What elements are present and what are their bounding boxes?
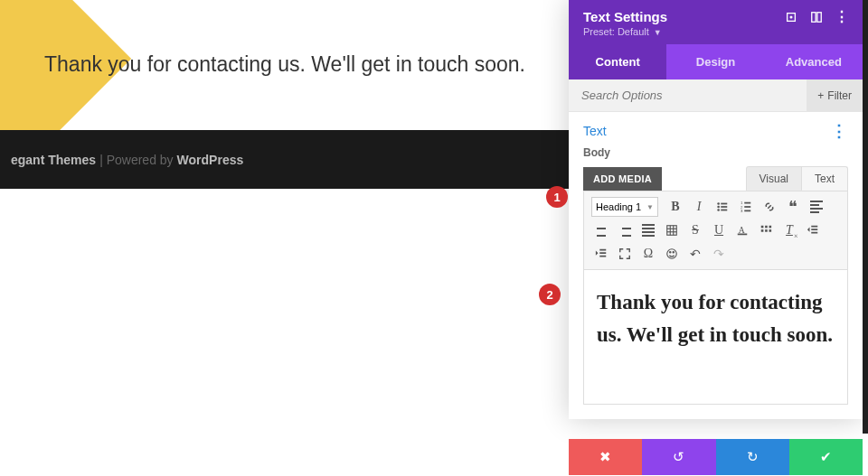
heading-select[interactable]: Heading 1 ▼ — [591, 197, 658, 217]
svg-rect-3 — [817, 12, 821, 22]
table-icon[interactable] — [661, 220, 683, 240]
wysiwyg-toolbar: Heading 1 ▼ B I 123 ❝ S U — [583, 191, 848, 269]
undo-icon[interactable]: ↶ — [684, 244, 706, 264]
preset-selector[interactable]: Preset: Default ▼ — [583, 26, 848, 37]
bold-icon[interactable]: B — [665, 197, 686, 217]
action-bar: ✖ ↺ ↻ ✔ — [569, 439, 863, 475]
bullet-list-icon[interactable] — [712, 197, 733, 217]
svg-point-6 — [717, 206, 720, 209]
strikethrough-icon[interactable]: S — [684, 220, 706, 240]
svg-rect-2 — [812, 12, 816, 22]
svg-rect-22 — [738, 234, 748, 236]
clear-format-icon[interactable]: T× — [778, 220, 800, 240]
underline-icon[interactable]: U — [708, 220, 730, 240]
indent-icon[interactable] — [590, 244, 612, 264]
emoji-icon[interactable] — [661, 244, 683, 264]
tab-advanced[interactable]: Advanced — [765, 44, 863, 79]
svg-rect-7 — [721, 206, 727, 208]
panel-tabs: Content Design Advanced — [569, 44, 863, 79]
check-icon: ✔ — [820, 449, 832, 465]
svg-rect-26 — [761, 229, 764, 232]
svg-point-8 — [717, 209, 720, 211]
svg-point-1 — [790, 16, 792, 18]
blockquote-icon[interactable]: ❝ — [782, 197, 804, 217]
save-button[interactable]: ✔ — [789, 439, 863, 475]
svg-rect-27 — [765, 229, 768, 232]
scrollbar-track[interactable] — [863, 0, 868, 434]
align-left-icon[interactable] — [806, 197, 827, 217]
text-color-icon[interactable]: A — [731, 220, 753, 240]
caret-down-icon: ▼ — [654, 28, 662, 37]
section-menu-icon[interactable]: ⋮ — [831, 123, 848, 139]
annotation-marker-1: 1 — [546, 186, 568, 208]
italic-icon[interactable]: I — [688, 197, 710, 217]
svg-rect-34 — [599, 256, 606, 257]
page-heading: Thank you for contacting us. We'll get i… — [44, 52, 525, 77]
toolbar-toggle-icon[interactable] — [755, 220, 777, 240]
svg-rect-32 — [599, 249, 606, 251]
numbered-list-icon[interactable]: 123 — [735, 197, 757, 217]
filter-button[interactable]: + Filter — [807, 79, 863, 111]
kebab-menu-icon[interactable]: ⋮ — [835, 11, 848, 23]
svg-rect-30 — [811, 229, 817, 230]
section-title-text[interactable]: Text — [583, 124, 607, 138]
plus-icon: + — [817, 89, 824, 102]
align-right-icon[interactable] — [614, 220, 636, 240]
editor-text[interactable]: Thank you for contacting us. We'll get i… — [597, 286, 835, 350]
svg-point-4 — [717, 202, 720, 205]
settings-panel: Text Settings ⋮ Preset: Default ▼ Conten… — [569, 0, 863, 419]
filter-label: Filter — [827, 89, 852, 102]
annotation-marker-2: 2 — [539, 284, 561, 305]
svg-rect-33 — [599, 252, 606, 254]
svg-rect-28 — [769, 229, 772, 232]
panel-title: Text Settings — [583, 9, 667, 24]
svg-rect-16 — [667, 226, 677, 236]
align-center-icon[interactable] — [590, 220, 612, 240]
close-icon: ✖ — [599, 449, 611, 465]
editor-tab-visual[interactable]: Visual — [746, 166, 802, 191]
heading-select-value: Heading 1 — [596, 201, 641, 212]
footer-cms[interactable]: WordPress — [177, 153, 244, 167]
tab-content[interactable]: Content — [569, 44, 666, 79]
svg-point-37 — [673, 252, 674, 253]
outdent-icon[interactable] — [802, 220, 824, 240]
special-char-icon[interactable]: Ω — [637, 244, 659, 264]
link-icon[interactable] — [759, 197, 780, 217]
align-justify-icon[interactable] — [637, 220, 659, 240]
chevron-down-icon: ▼ — [646, 203, 654, 211]
svg-rect-29 — [811, 226, 817, 228]
fullscreen-icon[interactable] — [614, 244, 636, 264]
svg-rect-25 — [769, 226, 772, 229]
add-media-button[interactable]: ADD MEDIA — [583, 167, 662, 191]
editor-tab-text[interactable]: Text — [802, 166, 848, 191]
svg-point-35 — [667, 249, 677, 259]
svg-rect-11 — [744, 202, 750, 204]
svg-rect-9 — [721, 210, 727, 211]
snap-icon[interactable] — [810, 11, 823, 23]
redo-arrow-icon: ↻ — [747, 449, 759, 465]
svg-rect-24 — [765, 226, 768, 229]
svg-rect-13 — [744, 206, 750, 208]
tab-design[interactable]: Design — [666, 44, 764, 79]
svg-rect-31 — [811, 232, 817, 234]
svg-point-36 — [670, 252, 671, 253]
cancel-button[interactable]: ✖ — [569, 439, 642, 475]
body-field-label: Body — [569, 145, 863, 166]
redo-icon[interactable]: ↷ — [708, 244, 730, 264]
search-input[interactable] — [569, 79, 807, 111]
editor-content-area[interactable]: Thank you for contacting us. We'll get i… — [583, 269, 848, 405]
footer-brand[interactable]: egant Themes — [11, 153, 96, 167]
svg-rect-23 — [761, 226, 764, 229]
svg-text:3: 3 — [741, 209, 743, 213]
expand-icon[interactable] — [785, 11, 797, 23]
panel-header[interactable]: Text Settings ⋮ Preset: Default ▼ — [569, 0, 863, 44]
svg-rect-5 — [721, 203, 727, 205]
svg-text:A: A — [739, 225, 745, 235]
redo-button[interactable]: ↻ — [716, 439, 789, 475]
svg-rect-15 — [744, 210, 750, 212]
undo-arrow-icon: ↺ — [673, 449, 684, 465]
undo-button[interactable]: ↺ — [642, 439, 715, 475]
preset-label: Preset: Default — [583, 26, 649, 37]
footer-separator: | Powered by — [99, 153, 173, 167]
